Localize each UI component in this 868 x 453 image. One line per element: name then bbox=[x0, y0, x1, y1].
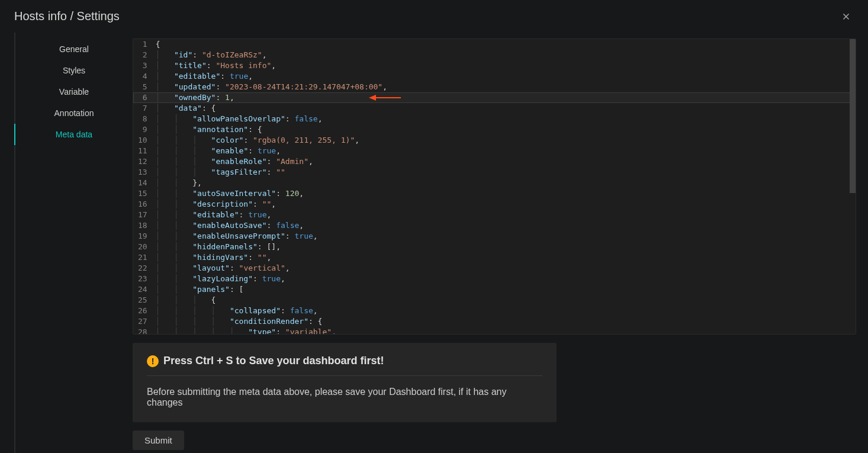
alert-title: Press Ctrl + S to Save your dashboard fi… bbox=[163, 355, 384, 367]
page-title: Hosts info / Settings bbox=[14, 9, 120, 23]
tab-metadata[interactable]: Meta data bbox=[14, 124, 133, 145]
save-warning-alert: ! Press Ctrl + S to Save your dashboard … bbox=[133, 343, 557, 422]
alert-body: Before submitting the meta data above, p… bbox=[147, 387, 542, 408]
editor-scrollbar[interactable] bbox=[850, 39, 856, 334]
editor-code[interactable]: {│ "id": "d-toIZeaRSz",│ "title": "Hosts… bbox=[156, 39, 856, 334]
tab-annotation[interactable]: Annotation bbox=[14, 102, 133, 124]
settings-tabs: General Styles Variable Annotation Meta … bbox=[14, 33, 133, 453]
tab-general[interactable]: General bbox=[14, 38, 133, 60]
submit-button[interactable]: Submit bbox=[133, 430, 184, 450]
scrollbar-thumb[interactable] bbox=[850, 39, 856, 193]
close-button[interactable] bbox=[838, 9, 854, 24]
json-editor[interactable]: 1 2 3 4 5 6 7 8 9 10 11 12 13 14 15 16 1… bbox=[133, 38, 856, 335]
tab-variable[interactable]: Variable bbox=[14, 81, 133, 102]
warning-icon: ! bbox=[147, 355, 159, 367]
close-icon bbox=[841, 11, 851, 22]
tab-styles[interactable]: Styles bbox=[14, 60, 133, 81]
editor-gutter: 1 2 3 4 5 6 7 8 9 10 11 12 13 14 15 16 1… bbox=[133, 39, 156, 334]
